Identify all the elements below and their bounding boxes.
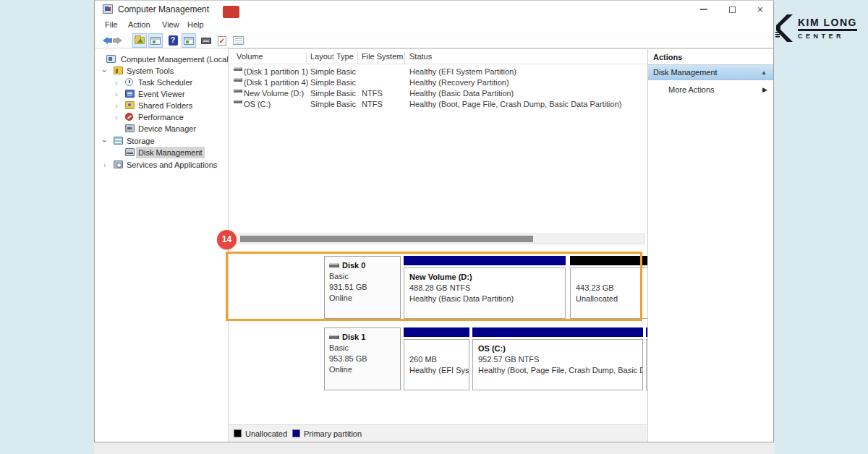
services-applications-icon [114, 160, 123, 168]
column-volume[interactable]: Volume [237, 52, 263, 61]
volume-list-header: Volume Layout Type File System Status [229, 49, 647, 64]
event-viewer-icon [125, 90, 135, 98]
kim-long-center-logo: KIM LONG CENTER [775, 14, 857, 42]
show-console-tree-icon[interactable] [148, 33, 163, 48]
column-type[interactable]: Type [336, 52, 354, 61]
minimize-button[interactable] [700, 9, 707, 10]
disk-management-icon [125, 148, 135, 156]
table-row[interactable]: New Volume (D:) Simple Basic NTFS Health… [229, 88, 647, 99]
storage-icon [114, 137, 123, 145]
column-status[interactable]: Status [409, 52, 432, 61]
menu-file[interactable]: File [105, 20, 118, 29]
popup-menu-icon[interactable] [199, 33, 213, 48]
check-document-icon[interactable]: ✓ [215, 33, 229, 48]
forward-icon[interactable] [112, 33, 127, 48]
screenshot-canvas: Computer Management × File Action View H… [0, 0, 868, 454]
chevron-collapsed-icon[interactable]: › [115, 111, 118, 123]
volume-icon [234, 78, 242, 82]
logo-chevron-icon [775, 14, 794, 42]
menubar: File Action View Help [95, 18, 773, 33]
window-title: Computer Management [118, 4, 209, 14]
actions-header: Actions [648, 49, 773, 65]
step-badge: 14 [217, 230, 237, 249]
legend-bar: Unallocated Primary partition [229, 424, 647, 442]
partition-efi-system[interactable]: 260 MB Healthy (EFI System Partition) [404, 327, 469, 390]
performance-icon [125, 113, 133, 121]
disk-icon [329, 335, 339, 339]
computer-icon [106, 55, 116, 63]
volume-icon [234, 89, 242, 93]
menu-action[interactable]: Action [128, 20, 150, 29]
back-icon[interactable] [98, 33, 112, 48]
toolbar: ? ✓ [95, 33, 773, 48]
disk0-highlight-annotation [226, 252, 642, 321]
table-row[interactable]: OS (C:) Simple Basic NTFS Healthy (Boot,… [229, 99, 647, 110]
device-manager-icon [125, 124, 135, 132]
red-marker-annotation [223, 6, 239, 18]
logo-text-line2: CENTER [798, 33, 857, 40]
volume-icon [234, 100, 242, 103]
disk1-header[interactable]: Disk 1 Basic 953.85 GB Online [324, 327, 401, 390]
up-folder-icon[interactable] [132, 33, 147, 48]
primary-partition-swatch [292, 429, 300, 437]
close-button[interactable]: × [757, 1, 763, 18]
legend-label: Primary partition [304, 429, 362, 438]
more-actions-item[interactable]: More Actions ▶ [648, 80, 773, 99]
app-icon [103, 4, 113, 14]
shared-folders-icon [125, 101, 135, 109]
task-scheduler-icon [125, 78, 133, 86]
chevron-collapsed-icon[interactable]: › [103, 159, 106, 171]
chevron-collapsed-icon[interactable]: › [115, 88, 118, 100]
partition-os-c[interactable]: OS (C:) 952.57 GB NTFS Healthy (Boot, Pa… [472, 327, 643, 390]
menu-view[interactable]: View [162, 20, 179, 29]
scrollbar-thumb[interactable] [240, 236, 533, 242]
show-console-window-icon[interactable] [182, 33, 196, 48]
logo-text-line1: KIM LONG [798, 17, 857, 31]
chevron-expanded-icon[interactable]: › [99, 69, 111, 72]
horizontal-scrollbar[interactable] [231, 234, 645, 244]
table-row[interactable]: (Disk 1 partition 1) Simple Basic Health… [229, 67, 647, 77]
expand-icon: ▶ [762, 80, 767, 99]
details-view-icon[interactable] [231, 33, 245, 48]
table-row[interactable]: (Disk 1 partition 4) Simple Basic Health… [229, 77, 647, 88]
legend-label: Unallocated [245, 429, 287, 438]
computer-management-window: Computer Management × File Action View H… [94, 0, 774, 442]
primary-partition-strip [472, 327, 643, 337]
actions-section-disk-management[interactable]: Disk Management ▲ [648, 65, 773, 80]
collapse-icon[interactable]: ▲ [761, 65, 767, 80]
maximize-button[interactable] [729, 7, 736, 13]
volume-icon [234, 67, 242, 71]
volume-list: Volume Layout Type File System Status (D… [229, 48, 647, 245]
primary-partition-strip [404, 327, 469, 337]
chevron-expanded-icon[interactable]: › [99, 140, 111, 142]
actions-pane: Actions Disk Management ▲ More Actions ▶ [647, 48, 773, 442]
unallocated-swatch [234, 429, 242, 437]
help-icon[interactable]: ? [166, 33, 180, 48]
window-bottom-strip [94, 442, 775, 454]
menu-help[interactable]: Help [187, 20, 204, 29]
console-tree: Computer Management (Local) › System Too… [95, 48, 229, 442]
titlebar: Computer Management × [95, 1, 773, 18]
chevron-collapsed-icon[interactable]: › [115, 77, 118, 88]
chevron-collapsed-icon[interactable]: › [115, 100, 118, 111]
column-layout[interactable]: Layout [310, 52, 334, 61]
column-file-system[interactable]: File System [362, 52, 403, 61]
system-tools-icon [114, 67, 123, 74]
